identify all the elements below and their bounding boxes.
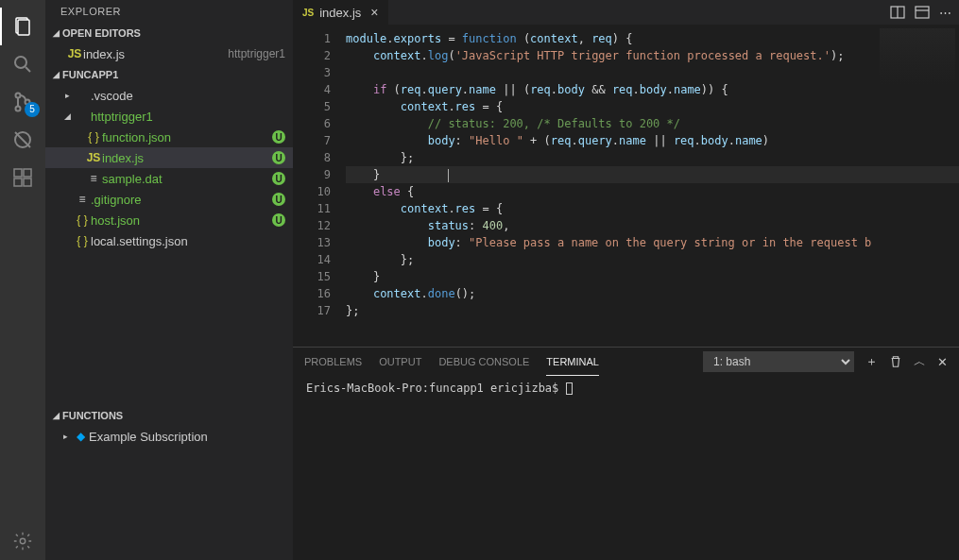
- section-project[interactable]: ◢ FUNCAPP1: [45, 64, 293, 85]
- chevron-right-icon: ▸: [59, 432, 72, 441]
- file-icon: ≡: [85, 172, 102, 185]
- svg-rect-1: [18, 20, 29, 35]
- tree-item-label: host.json: [91, 213, 272, 228]
- terminal-cursor: [566, 382, 573, 395]
- git-status-badge: U: [272, 172, 285, 185]
- tree-item-label: function.json: [102, 130, 272, 144]
- git-status-badge: U: [272, 213, 285, 227]
- section-open-editors[interactable]: ◢ OPEN EDITORS: [45, 23, 293, 43]
- tab-index-js[interactable]: JS index.js ×: [293, 0, 389, 25]
- extensions-icon[interactable]: [0, 159, 45, 196]
- tree-item-httptrigger1[interactable]: ◢httptrigger1: [45, 106, 293, 127]
- kill-terminal-icon[interactable]: [889, 355, 902, 368]
- close-icon[interactable]: ×: [370, 5, 378, 20]
- more-icon[interactable]: ⋯: [939, 6, 951, 20]
- git-status-badge: U: [272, 193, 285, 206]
- panel-tab-output[interactable]: OUTPUT: [379, 348, 421, 376]
- svg-rect-16: [916, 7, 929, 18]
- terminal-prompt: Erics-MacBook-Pro:funcapp1 ericjizba$: [306, 382, 566, 395]
- close-panel-icon[interactable]: ✕: [937, 355, 948, 369]
- maximize-panel-icon[interactable]: ︿: [914, 353, 926, 370]
- open-editor-item[interactable]: JS index.js httptrigger1: [45, 43, 293, 64]
- tree-item--gitignore[interactable]: ≡.gitignoreU: [45, 189, 293, 210]
- panel-tab-terminal[interactable]: TERMINAL: [546, 348, 599, 376]
- tree-item-label: sample.dat: [102, 172, 272, 186]
- functions-item[interactable]: ▸ ◆ Example Subscription: [45, 426, 293, 447]
- json-icon: { }: [85, 130, 102, 144]
- chevron-icon: ▸: [60, 91, 74, 100]
- json-icon: { }: [74, 234, 91, 247]
- tree-item-label: local.settings.json: [91, 234, 285, 248]
- chevron-icon: ◢: [60, 111, 74, 121]
- editor[interactable]: 1234567891011121314151617 module.exports…: [293, 25, 959, 347]
- settings-icon[interactable]: [0, 522, 45, 560]
- tree-item-index-js[interactable]: JSindex.jsU: [45, 147, 293, 168]
- debug-icon[interactable]: [0, 121, 45, 159]
- chevron-down-icon: ◢: [49, 70, 62, 79]
- scm-icon[interactable]: 5: [0, 83, 45, 121]
- svg-line-3: [26, 67, 30, 72]
- main: JS index.js × ⋯ 123456789101112131415161…: [293, 0, 959, 560]
- svg-point-2: [15, 57, 26, 68]
- code-content[interactable]: module.exports = function (context, req)…: [346, 25, 959, 347]
- tree-item-label: index.js: [102, 151, 272, 165]
- svg-rect-12: [24, 178, 31, 186]
- tree-item-label: httptrigger1: [91, 110, 285, 124]
- tree-item--vscode[interactable]: ▸.vscode: [45, 85, 293, 106]
- search-icon[interactable]: [0, 45, 45, 83]
- activity-bar: 5: [0, 0, 45, 560]
- git-status-badge: U: [272, 130, 285, 144]
- svg-rect-9: [14, 169, 22, 177]
- svg-point-5: [16, 107, 21, 111]
- file-icon: ≡: [74, 193, 91, 206]
- svg-rect-11: [14, 178, 22, 186]
- terminal[interactable]: Erics-MacBook-Pro:funcapp1 ericjizba$: [293, 376, 959, 560]
- panel-tab-debug-console[interactable]: DEBUG CONSOLE: [438, 348, 529, 376]
- tree-item-local-settings-json[interactable]: { }local.settings.json: [45, 230, 293, 251]
- tab-bar: JS index.js × ⋯: [293, 0, 959, 25]
- section-functions[interactable]: ◢ FUNCTIONS: [45, 405, 293, 426]
- chevron-down-icon: ◢: [49, 28, 62, 38]
- tree-item-label: .vscode: [91, 89, 285, 103]
- js-icon: JS: [66, 47, 83, 60]
- scm-badge: 5: [25, 102, 40, 117]
- panel: PROBLEMS OUTPUT DEBUG CONSOLE TERMINAL 1…: [293, 347, 959, 560]
- sidebar: EXPLORER ◢ OPEN EDITORS JS index.js http…: [45, 0, 293, 560]
- svg-point-4: [16, 93, 21, 98]
- gutter: 1234567891011121314151617: [293, 25, 346, 347]
- panel-tab-problems[interactable]: PROBLEMS: [304, 348, 362, 376]
- panel-tabs: PROBLEMS OUTPUT DEBUG CONSOLE TERMINAL 1…: [293, 348, 959, 376]
- js-icon: JS: [85, 151, 102, 164]
- chevron-down-icon: ◢: [49, 411, 62, 420]
- tree-item-function-json[interactable]: { }function.jsonU: [45, 127, 293, 147]
- file-tree: ▸.vscode◢httptrigger1{ }function.jsonUJS…: [45, 85, 293, 251]
- minimap[interactable]: [880, 28, 955, 85]
- text-cursor: [448, 169, 449, 182]
- azure-icon: ◆: [72, 430, 89, 443]
- sidebar-title: EXPLORER: [45, 0, 293, 23]
- git-status-badge: U: [272, 151, 285, 164]
- tree-item-sample-dat[interactable]: ≡sample.datU: [45, 168, 293, 189]
- svg-point-13: [20, 538, 26, 544]
- tree-item-host-json[interactable]: { }host.jsonU: [45, 210, 293, 230]
- new-terminal-icon[interactable]: ＋: [865, 353, 878, 370]
- js-icon: JS: [302, 8, 314, 18]
- terminal-selector[interactable]: 1: bash: [703, 351, 854, 372]
- layout-icon[interactable]: [915, 5, 930, 20]
- explorer-icon[interactable]: [0, 8, 45, 45]
- split-editor-icon[interactable]: [890, 5, 905, 20]
- svg-rect-10: [24, 169, 31, 177]
- tree-item-label: .gitignore: [91, 193, 272, 207]
- json-icon: { }: [74, 213, 91, 227]
